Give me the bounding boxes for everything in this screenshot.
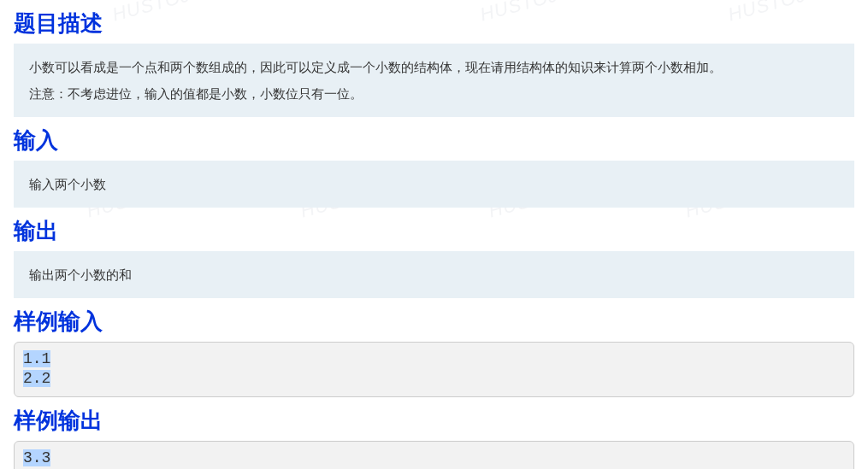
heading-output: 输出 [14, 216, 854, 246]
output-block: 输出两个小数的和 [14, 251, 854, 298]
heading-description: 题目描述 [14, 9, 854, 38]
heading-input: 输入 [14, 126, 854, 155]
output-text: 输出两个小数的和 [29, 263, 839, 286]
sample-output-code: 3.3 [23, 449, 50, 466]
description-block: 小数可以看成是一个点和两个数组成的，因此可以定义成一个小数的结构体，现在请用结构… [14, 44, 854, 117]
description-para-2: 注意：不考虑进位，输入的值都是小数，小数位只有一位。 [29, 82, 839, 105]
sample-input-block[interactable]: 1.1 2.2 [14, 342, 854, 397]
heading-sample-output: 样例输出 [14, 406, 854, 436]
heading-sample-input: 样例输入 [14, 307, 854, 337]
sample-input-code: 1.1 2.2 [23, 350, 50, 387]
input-block: 输入两个小数 [14, 161, 854, 208]
problem-content: 题目描述 小数可以看成是一个点和两个数组成的，因此可以定义成一个小数的结构体，现… [0, 9, 868, 469]
description-para-1: 小数可以看成是一个点和两个数组成的，因此可以定义成一个小数的结构体，现在请用结构… [29, 56, 839, 79]
input-text: 输入两个小数 [29, 173, 839, 196]
sample-output-block[interactable]: 3.3 [14, 441, 854, 469]
